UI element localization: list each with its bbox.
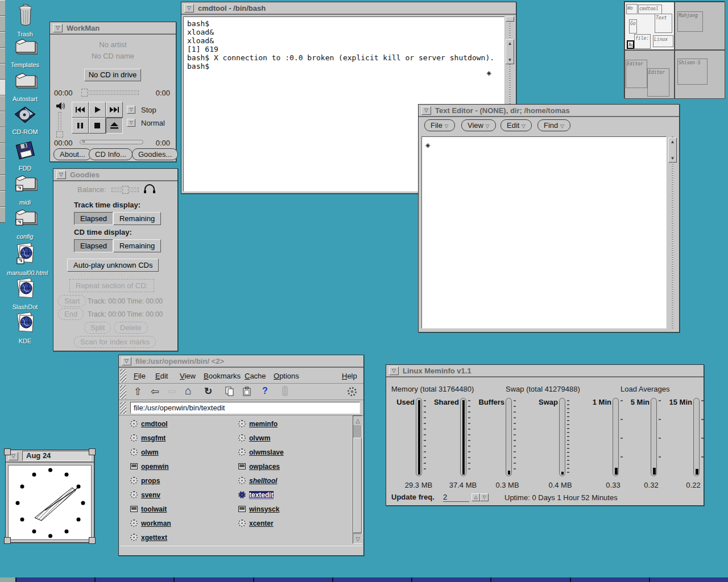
resize-corner[interactable] [4, 448, 11, 455]
file-item-selected[interactable]: textedit [238, 488, 341, 502]
scrollbar-top-anchor[interactable] [506, 16, 514, 22]
meminfo-titlebar[interactable]: ▽ Linux Meminfo v1.1 [386, 365, 704, 377]
previous-track-button[interactable] [72, 102, 89, 118]
file-item[interactable]: xgettext [130, 530, 233, 544]
desktop-icon-templates[interactable]: Templates [7, 36, 43, 68]
bottom-panel-segment[interactable] [173, 577, 253, 582]
file-item[interactable]: props [130, 473, 233, 488]
edge-panel-segment[interactable] [0, 111, 5, 127]
scrollbar-thumb[interactable] [353, 438, 362, 533]
pager-desktop-3[interactable]: Editor Editor [624, 50, 675, 99]
file-item[interactable]: xcenter [238, 516, 341, 530]
desktop-icon-cdrom[interactable]: CD-ROM [7, 106, 43, 135]
resize-corner[interactable] [89, 448, 96, 455]
pause-button[interactable] [72, 118, 89, 134]
file-item[interactable]: toolwait [130, 502, 233, 516]
shuffle-mode-menu-button[interactable]: ▽ [127, 119, 135, 127]
edge-panel-segment[interactable] [0, 64, 5, 80]
repeat-end-button[interactable]: End [58, 308, 84, 320]
goodies-titlebar[interactable]: ▽ Goodies [53, 169, 177, 181]
file-menu-button[interactable]: File ▽ [424, 119, 455, 131]
balance-slider[interactable] [111, 188, 139, 192]
scroll-up-button[interactable]: △ [353, 416, 362, 425]
edit-menu-button[interactable]: Edit ▽ [500, 119, 532, 131]
balance-slider-thumb[interactable] [122, 186, 129, 194]
eject-button[interactable] [106, 118, 123, 134]
urlbar-grip[interactable] [120, 402, 126, 414]
play-mode-menu-button[interactable]: ▽ [127, 106, 135, 114]
pager-mini-window[interactable]: Editor [626, 60, 647, 88]
desktop-icon-trash[interactable]: Trash [7, 3, 43, 38]
file-item[interactable]: workman [130, 516, 233, 530]
pager-mini-window[interactable]: cmdtool [638, 5, 662, 14]
bottom-panel-segment[interactable] [411, 577, 490, 582]
copy-button[interactable] [225, 386, 235, 399]
filelist-scrollbar[interactable]: △ ▽ [353, 415, 362, 544]
file-item[interactable]: cmdtool [130, 417, 233, 431]
up-directory-button[interactable]: ⇧ [134, 385, 142, 398]
filemanager-titlebar[interactable]: ▽ file:/usr/openwin/bin/ <2> [119, 355, 363, 368]
menu-bookmarks[interactable]: Bookmarks [204, 372, 241, 380]
pager-mini-window[interactable]: Wo [626, 4, 638, 14]
desktop-icon-kde[interactable]: KDE [7, 311, 43, 344]
track-remaining-toggle[interactable]: Remaining [113, 212, 161, 225]
window-menu-button[interactable]: ▽ [56, 171, 66, 179]
pager-mini-icon[interactable]: Au [627, 40, 634, 49]
desktop-icon-fdd[interactable]: FDD [7, 140, 43, 172]
edge-panel-segment[interactable] [0, 48, 5, 64]
scrollbar-elevator[interactable]: ▲ ▼ [506, 39, 514, 64]
bottom-panel-segment[interactable] [15, 577, 94, 582]
edge-panel-segment[interactable] [0, 0, 5, 16]
pager-mini-window[interactable]: Linux [653, 35, 673, 47]
slider-thumb[interactable] [81, 89, 88, 97]
menu-cache[interactable]: Cache [245, 372, 266, 380]
menu-options[interactable]: Options [274, 372, 299, 380]
editor-scrollbar[interactable]: ▲ ▼ [668, 136, 677, 329]
menu-edit[interactable]: Edit [155, 372, 168, 380]
window-menu-button[interactable]: ▽ [184, 4, 194, 13]
bottom-panel-segment[interactable] [253, 577, 332, 582]
scroll-down-button[interactable]: ▽ [353, 534, 362, 543]
window-menu-button[interactable]: ▽ [122, 357, 131, 365]
resize-corner[interactable] [89, 537, 96, 544]
stop-button[interactable] [89, 118, 106, 134]
bottom-panel-segment[interactable] [94, 577, 173, 582]
edge-panel-segment[interactable] [0, 159, 5, 175]
url-input[interactable]: file:/usr/openwin/bin/textedit [130, 402, 360, 414]
delete-button[interactable]: Delete [114, 322, 148, 334]
split-button[interactable]: Split [84, 322, 111, 334]
help-button[interactable]: ? [262, 386, 268, 396]
edge-panel-segment[interactable] [0, 175, 5, 191]
cd-remaining-toggle[interactable]: Remaining [113, 239, 161, 252]
volume-slider-thumb[interactable] [56, 131, 63, 138]
update-freq-input[interactable]: 2 [443, 493, 469, 502]
window-menu-button[interactable]: ▽ [53, 24, 63, 32]
forward-button-disabled[interactable]: ⇨ [168, 385, 176, 398]
file-item[interactable]: shelltool [238, 473, 341, 488]
file-item[interactable]: olwmslave [238, 445, 341, 459]
scrollbar-elevator[interactable]: ▲ ▼ [668, 138, 677, 163]
bottom-panel-segment[interactable] [490, 577, 569, 582]
menu-help[interactable]: Help [342, 372, 357, 380]
pager-mini-window[interactable]: Editor [647, 68, 669, 97]
file-item[interactable]: meminfo [238, 417, 341, 431]
kde-gear-logo[interactable] [346, 386, 358, 400]
texteditor-titlebar[interactable]: ▽ Text Editor - (NONE), dir; /home/tomas [419, 105, 679, 117]
find-menu-button[interactable]: Find ▽ [537, 119, 570, 131]
file-item[interactable]: olwm [130, 445, 233, 459]
repeat-start-button[interactable]: Start [58, 295, 86, 307]
file-item[interactable]: olvwm [238, 431, 341, 445]
pager-mini-window[interactable]: Text [655, 14, 672, 33]
bottom-panel-segment[interactable] [332, 577, 411, 582]
file-item[interactable]: winsysck [238, 502, 341, 516]
desktop-icon-midi[interactable]: midi [7, 173, 43, 206]
file-item[interactable]: owplaces [238, 459, 341, 473]
pager-desktop-2[interactable]: Mahjong [675, 2, 725, 50]
stop-button-disabled[interactable] [280, 386, 289, 400]
play-button[interactable] [89, 102, 106, 118]
spinner-down-button[interactable]: ▽ [480, 493, 489, 501]
window-menu-button[interactable]: ▽ [389, 367, 399, 375]
desktop-icon-config[interactable]: config [7, 207, 43, 240]
edge-panel-segment[interactable] [0, 191, 5, 207]
desktop-icon-slashdot[interactable]: SlashDot [7, 277, 43, 310]
